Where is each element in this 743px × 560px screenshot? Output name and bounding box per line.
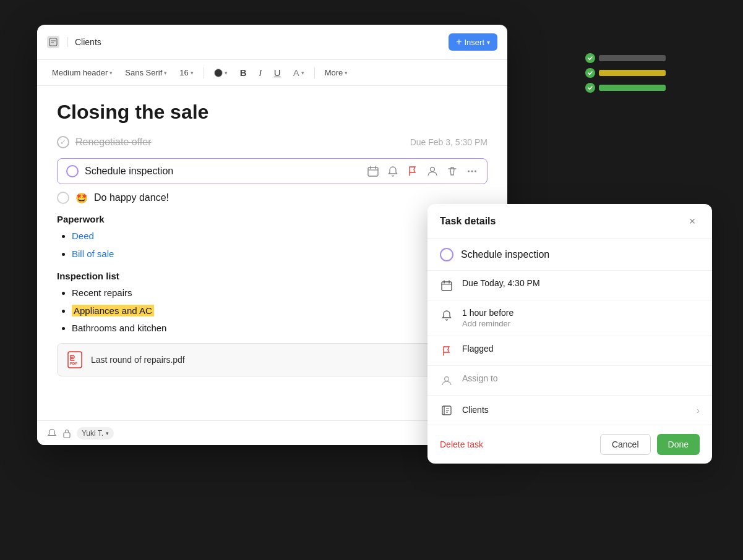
- document-heading: Closing the sale: [57, 101, 487, 124]
- toolbar-sep-2: [314, 67, 315, 78]
- assign-to-text: Assign to: [462, 373, 700, 383]
- deed-link[interactable]: Deed: [72, 231, 94, 241]
- happy-dance-circle[interactable]: [57, 192, 69, 204]
- user-badge[interactable]: Yuki T. ▾: [77, 427, 114, 439]
- bold-label: B: [240, 67, 247, 78]
- happy-dance-task-row: 🤩 Do happy dance!: [57, 192, 487, 204]
- color-picker[interactable]: ▾: [209, 66, 233, 80]
- insert-button[interactable]: + Insert ▾: [449, 33, 497, 51]
- clients-notebook-row[interactable]: Clients ›: [427, 396, 712, 425]
- done-button[interactable]: Done: [657, 434, 700, 455]
- panel-action-buttons: Cancel Done: [600, 434, 700, 455]
- flagged-row[interactable]: Flagged: [427, 336, 712, 366]
- font-size-picker[interactable]: 16 ▾: [174, 66, 198, 80]
- close-panel-button[interactable]: ×: [685, 214, 700, 229]
- color-dot-icon: [214, 69, 223, 77]
- svg-point-8: [468, 171, 470, 172]
- list-item: Appliances and AC: [72, 304, 487, 318]
- italic-label: I: [259, 67, 262, 78]
- underline-label: U: [274, 67, 281, 78]
- user-name: Yuki T.: [82, 429, 103, 438]
- panel-footer: Delete task Cancel Done: [427, 425, 712, 464]
- text-style-button[interactable]: A ▾: [288, 65, 309, 80]
- size-label: 16: [179, 68, 188, 77]
- mini-bar-1: [599, 55, 666, 61]
- format-chevron-icon: ▾: [110, 70, 113, 76]
- active-task-row[interactable]: Schedule inspection: [57, 158, 487, 184]
- svg-point-10: [475, 171, 476, 172]
- app-icon: [47, 36, 59, 48]
- flag-icon[interactable]: [406, 165, 419, 177]
- checklist-preview: [570, 17, 681, 129]
- color-chevron-icon: ▾: [225, 70, 228, 76]
- inspection-section-header: Inspection list: [57, 271, 487, 281]
- svg-point-9: [471, 171, 473, 172]
- completed-task-row: ✓ Renegotiate offer Due Feb 3, 5:30 PM: [57, 136, 487, 148]
- more-label: More: [325, 68, 343, 77]
- active-task-text: Schedule inspection: [85, 166, 361, 177]
- underline-button[interactable]: U: [269, 65, 286, 80]
- flag-detail-icon: [440, 344, 453, 358]
- text-style-icon: A: [293, 67, 299, 78]
- mini-bar-2: [599, 70, 666, 76]
- due-date-row[interactable]: Due Today, 4:30 PM: [427, 271, 712, 300]
- bell-icon[interactable]: [387, 165, 399, 177]
- list-item: Bill of sale: [72, 247, 487, 261]
- more-chevron-icon: ▾: [345, 70, 348, 76]
- italic-button[interactable]: I: [254, 65, 267, 80]
- lock-status-icon: [62, 428, 72, 438]
- svg-point-18: [445, 377, 449, 381]
- assign-to-row[interactable]: Assign to: [427, 366, 712, 396]
- panel-task-circle[interactable]: [440, 248, 453, 261]
- panel-task-name: Schedule inspection: [461, 249, 549, 260]
- task-details-panel: Task details × Schedule inspection Due T…: [427, 204, 712, 464]
- active-task-circle[interactable]: [66, 165, 79, 177]
- due-date-text: Due Today, 4:30 PM: [462, 278, 700, 288]
- more-button[interactable]: More ▾: [320, 66, 353, 80]
- bell-status-icon: [47, 428, 57, 438]
- svg-rect-11: [68, 352, 82, 368]
- reminder-row[interactable]: 1 hour before Add reminder: [427, 300, 712, 336]
- bill-of-sale-link[interactable]: Bill of sale: [72, 248, 114, 259]
- reminder-main-text: 1 hour before: [462, 308, 700, 318]
- bell-detail-icon: [440, 308, 453, 322]
- flagged-content: Flagged: [462, 344, 700, 355]
- mini-check-3: [585, 83, 595, 93]
- task-action-icons: [367, 165, 478, 177]
- editor-header: Clients + Insert ▾: [37, 25, 507, 60]
- svg-point-7: [431, 168, 435, 172]
- text-style-chevron-icon: ▾: [301, 70, 304, 76]
- completed-check-icon[interactable]: ✓: [57, 136, 69, 148]
- font-label: Sans Serif: [125, 68, 162, 77]
- appliances-text: Appliances and AC: [72, 305, 154, 316]
- svg-text:PDF: PDF: [70, 362, 77, 365]
- font-family-picker[interactable]: Sans Serif ▾: [120, 66, 172, 80]
- mini-task-row-1: [585, 53, 666, 63]
- add-reminder-link[interactable]: Add reminder: [462, 319, 700, 328]
- paperwork-section-header: Paperwork: [57, 214, 487, 224]
- mini-bar-3: [599, 85, 666, 91]
- completed-task-text: Renegotiate offer: [75, 137, 151, 148]
- delete-task-button[interactable]: Delete task: [440, 439, 483, 449]
- clients-notebook-text: Clients: [462, 405, 489, 415]
- notebook-detail-icon: [440, 404, 453, 417]
- more-options-icon[interactable]: [466, 165, 478, 177]
- format-style-picker[interactable]: Medium header ▾: [47, 66, 118, 80]
- pdf-attachment[interactable]: PDF Last round of repairs.pdf: [57, 343, 487, 376]
- trash-icon[interactable]: [446, 165, 458, 177]
- due-date-content: Due Today, 4:30 PM: [462, 278, 700, 289]
- pdf-icon: PDF: [67, 351, 85, 368]
- insert-plus-icon: +: [456, 36, 462, 48]
- recent-repairs-text: Recent repairs: [72, 287, 132, 298]
- cancel-button[interactable]: Cancel: [600, 434, 651, 455]
- mini-check-1: [585, 53, 595, 63]
- user-assign-icon[interactable]: [426, 165, 439, 177]
- mini-task-row-3: [585, 83, 666, 93]
- paperwork-list: Deed Bill of sale: [57, 229, 487, 261]
- calendar-detail-icon: [440, 279, 453, 292]
- header-divider: [67, 37, 67, 47]
- format-style-label: Medium header: [52, 68, 108, 77]
- bold-button[interactable]: B: [235, 65, 252, 80]
- formatting-toolbar: Medium header ▾ Sans Serif ▾ 16 ▾ ▾ B I …: [37, 60, 507, 86]
- calendar-icon[interactable]: [367, 165, 379, 177]
